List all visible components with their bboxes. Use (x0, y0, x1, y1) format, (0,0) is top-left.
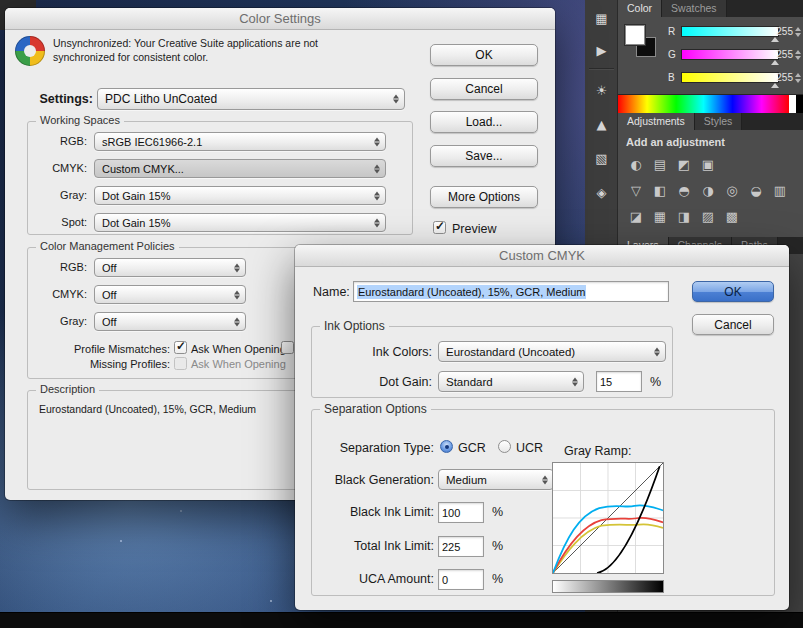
cancel-button[interactable]: Cancel (692, 314, 774, 335)
color-settings-titlebar[interactable]: Color Settings (5, 8, 555, 30)
actions-play-panel-icon[interactable]: ▶ (585, 38, 618, 62)
policy-gray-dropdown[interactable]: Off (94, 312, 246, 331)
red-stepper[interactable] (795, 27, 801, 37)
black-ink-limit-input[interactable]: 100 (438, 502, 484, 523)
spectrum-black-swatch[interactable] (796, 95, 803, 113)
spectrum-white-swatch[interactable] (789, 95, 796, 113)
preview-label: Preview (452, 222, 496, 236)
ucr-radio[interactable] (498, 440, 511, 453)
policy-rgb-dropdown[interactable]: Off (94, 258, 246, 277)
ok-button[interactable]: OK (692, 281, 774, 302)
tool-presets-panel-icon[interactable]: ▦ (585, 6, 618, 30)
adjustments-panel-body: Add an adjustment ◐ ▤ ◩ ▣ ▽ ◧ ◓ ◑ ◎ ◒ ▥ … (618, 130, 803, 237)
tab-adjustments[interactable]: Adjustments (618, 113, 695, 130)
ws-gray-dropdown[interactable]: Dot Gain 15% (94, 186, 386, 205)
diamond-panel-icon[interactable]: ◈ (585, 180, 618, 204)
red-slider-thumb[interactable] (771, 37, 779, 42)
ask-when-pasting-checkbox[interactable] (281, 341, 294, 354)
missing-profiles-label: Missing Profiles: (28, 358, 170, 370)
blue-slider[interactable] (681, 72, 779, 83)
adj-curves-icon[interactable]: ◩ (672, 154, 696, 174)
gray-ramp-graph (552, 462, 664, 574)
dot-gain-percent: % (650, 375, 661, 389)
blue-slider-row: B 255 (618, 70, 803, 86)
bottom-dock-bar (0, 612, 803, 628)
creative-suite-sync-icon (15, 36, 45, 66)
adj-threshold-icon[interactable]: ◨ (672, 206, 696, 226)
load-button[interactable]: Load... (430, 111, 538, 133)
adj-brightness-contrast-icon[interactable]: ◐ (624, 154, 648, 174)
adj-hue-saturation-icon[interactable]: ◧ (648, 180, 672, 200)
ask-when-opening-checkbox[interactable] (174, 341, 187, 354)
tab-color[interactable]: Color (618, 0, 662, 17)
green-slider[interactable] (681, 49, 779, 60)
more-options-button[interactable]: More Options (430, 186, 538, 208)
ws-rgb-label: RGB: (32, 135, 87, 147)
total-ink-limit-input[interactable]: 225 (438, 536, 484, 557)
black-generation-value: Medium (446, 474, 487, 486)
adj-posterize-icon[interactable]: ▦ (648, 206, 672, 226)
adj-channel-mixer-icon[interactable]: ◒ (744, 180, 768, 200)
green-stepper[interactable] (795, 50, 801, 60)
blue-slider-thumb[interactable] (771, 83, 779, 88)
gray-ramp-label: Gray Ramp: (564, 444, 631, 458)
ws-spot-dropdown[interactable]: Dot Gain 15% (94, 213, 386, 232)
red-value[interactable]: 255 (769, 26, 793, 37)
gray-ramp-gradient-bar (552, 580, 664, 593)
mountain-panel-icon[interactable]: ▲ (585, 112, 618, 136)
strip-divider (589, 68, 614, 70)
adj-vibrance-icon[interactable]: ▽ (624, 180, 648, 200)
ws-gray-value: Dot Gain 15% (102, 190, 170, 202)
ok-button[interactable]: OK (430, 44, 538, 66)
policy-cmyk-dropdown[interactable]: Off (94, 285, 246, 304)
name-input[interactable]: Eurostandard (Uncoated), 15%, GCR, Mediu… (353, 281, 669, 302)
blue-value[interactable]: 255 (769, 72, 793, 83)
policy-gray-value: Off (102, 316, 116, 328)
adj-exposure-icon[interactable]: ▣ (696, 154, 720, 174)
adj-gradient-map-icon[interactable]: ▨ (696, 206, 720, 226)
channel-r-label: R (668, 26, 675, 37)
tab-swatches[interactable]: Swatches (662, 0, 727, 17)
ws-cmyk-dropdown[interactable]: Custom CMYK... (94, 159, 386, 178)
ink-options-group: Ink Options Ink Colors: Eurostandard (Un… (311, 326, 673, 398)
missing-ask-when-opening-checkbox[interactable] (174, 357, 187, 370)
ws-rgb-value: sRGB IEC61966-2.1 (102, 136, 202, 148)
chevron-updown-icon (654, 347, 660, 356)
adj-invert-icon[interactable]: ◪ (624, 206, 648, 226)
uca-amount-input[interactable]: 0 (438, 569, 484, 590)
ws-rgb-dropdown[interactable]: sRGB IEC61966-2.1 (94, 132, 386, 151)
adj-color-balance-icon[interactable]: ◓ (672, 180, 696, 200)
gcr-radio[interactable] (440, 440, 453, 453)
settings-dropdown[interactable]: PDC Litho UnCoated (97, 88, 405, 110)
adj-color-lookup-icon[interactable]: ▥ (768, 180, 792, 200)
tab-styles[interactable]: Styles (695, 113, 743, 130)
working-spaces-legend: Working Spaces (36, 114, 124, 126)
adj-selective-color-icon[interactable]: ▩ (720, 206, 744, 226)
preview-checkbox[interactable] (433, 221, 446, 234)
adj-levels-icon[interactable]: ▤ (648, 154, 672, 174)
green-slider-thumb[interactable] (771, 60, 779, 65)
description-legend: Description (36, 383, 99, 395)
sync-warning-line2: synchronized for consistent color. (53, 51, 383, 65)
cancel-button[interactable]: Cancel (430, 78, 538, 100)
policies-legend: Color Management Policies (36, 240, 179, 252)
spectrum-gradient[interactable] (618, 95, 789, 113)
adjustments-panel-tabbar: Adjustments Styles (618, 113, 803, 130)
adj-photo-filter-icon[interactable]: ◎ (720, 180, 744, 200)
green-value[interactable]: 255 (769, 49, 793, 60)
custom-cmyk-titlebar[interactable]: Custom CMYK (295, 245, 789, 267)
settings-dropdown-value: PDC Litho UnCoated (105, 92, 217, 106)
dot-gain-label: Dot Gain: (312, 375, 432, 389)
black-generation-dropdown[interactable]: Medium (438, 469, 554, 490)
dot-gain-dropdown[interactable]: Standard (438, 371, 584, 392)
brightness-panel-icon[interactable]: ☀ (585, 78, 618, 102)
save-button[interactable]: Save... (430, 145, 538, 167)
ink-colors-dropdown[interactable]: Eurostandard (Uncoated) (438, 341, 666, 362)
adj-black-white-icon[interactable]: ◑ (696, 180, 720, 200)
blue-stepper[interactable] (795, 73, 801, 83)
settings-label: Settings: (35, 92, 93, 106)
separation-type-label: Separation Type: (312, 441, 434, 455)
dot-gain-input[interactable]: 15 (596, 371, 642, 392)
red-slider[interactable] (681, 26, 779, 37)
gradient-panel-icon[interactable]: ▧ (585, 146, 618, 170)
